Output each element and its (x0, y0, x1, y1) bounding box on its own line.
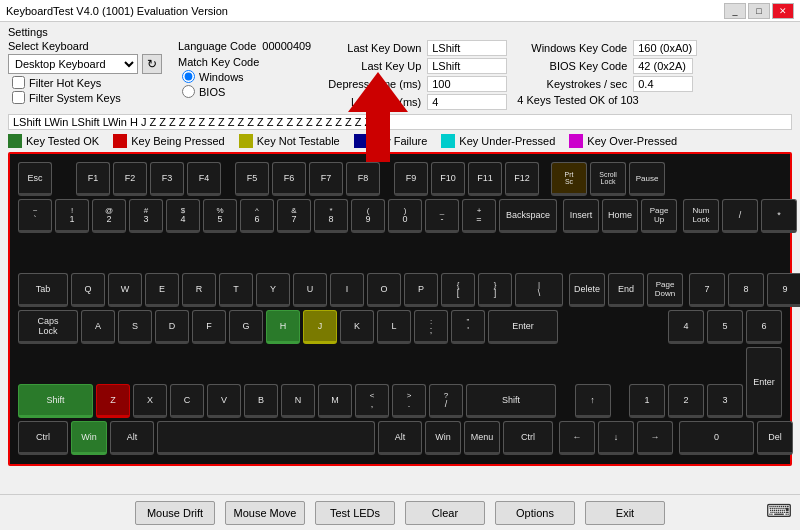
key-3[interactable]: #3 (129, 199, 163, 233)
key-i[interactable]: I (330, 273, 364, 307)
key-f1[interactable]: F1 (76, 162, 110, 196)
key-f6[interactable]: F6 (272, 162, 306, 196)
key-delete[interactable]: Delete (569, 273, 605, 307)
key-num-7[interactable]: 7 (689, 273, 725, 307)
key-scroll-lock[interactable]: ScrollLock (590, 162, 626, 196)
key-lctrl[interactable]: Ctrl (18, 421, 68, 455)
key-comma[interactable]: <, (355, 384, 389, 418)
key-num-asterisk[interactable]: * (761, 199, 797, 233)
key-6[interactable]: ^6 (240, 199, 274, 233)
key-num-0[interactable]: 0 (679, 421, 754, 455)
key-tab[interactable]: Tab (18, 273, 68, 307)
key-q[interactable]: Q (71, 273, 105, 307)
key-right[interactable]: → (637, 421, 673, 455)
key-4[interactable]: $4 (166, 199, 200, 233)
key-y[interactable]: Y (256, 273, 290, 307)
bios-radio[interactable] (182, 85, 195, 98)
exit-button[interactable]: Exit (585, 501, 665, 525)
minimize-button[interactable]: _ (724, 3, 746, 19)
key-semicolon[interactable]: :; (414, 310, 448, 344)
key-minus[interactable]: _- (425, 199, 459, 233)
key-h[interactable]: H (266, 310, 300, 344)
key-prtsc[interactable]: PrtSc (551, 162, 587, 196)
key-rctrl[interactable]: Ctrl (503, 421, 553, 455)
key-num-6[interactable]: 6 (746, 310, 782, 344)
key-f5[interactable]: F5 (235, 162, 269, 196)
key-page-up[interactable]: PageUp (641, 199, 677, 233)
windows-radio[interactable] (182, 70, 195, 83)
test-leds-button[interactable]: Test LEDs (315, 501, 395, 525)
key-backtick[interactable]: ~` (18, 199, 52, 233)
key-w[interactable]: W (108, 273, 142, 307)
key-ralt[interactable]: Alt (378, 421, 422, 455)
key-backspace[interactable]: Backspace (499, 199, 557, 233)
key-1[interactable]: !1 (55, 199, 89, 233)
key-num-2[interactable]: 2 (668, 384, 704, 418)
key-c[interactable]: C (170, 384, 204, 418)
key-v[interactable]: V (207, 384, 241, 418)
mouse-drift-button[interactable]: Mouse Drift (135, 501, 215, 525)
key-f4[interactable]: F4 (187, 162, 221, 196)
key-2[interactable]: @2 (92, 199, 126, 233)
key-lbracket[interactable]: {[ (441, 273, 475, 307)
key-f3[interactable]: F3 (150, 162, 184, 196)
filter-hot-keys-checkbox[interactable] (12, 76, 25, 89)
key-num-enter[interactable]: Enter (746, 347, 782, 418)
key-up[interactable]: ↑ (575, 384, 611, 418)
key-num-5[interactable]: 5 (707, 310, 743, 344)
key-lalt[interactable]: Alt (110, 421, 154, 455)
key-rshift[interactable]: Shift (466, 384, 556, 418)
key-f12[interactable]: F12 (505, 162, 539, 196)
key-m[interactable]: M (318, 384, 352, 418)
key-p[interactable]: P (404, 273, 438, 307)
key-f7[interactable]: F7 (309, 162, 343, 196)
key-o[interactable]: O (367, 273, 401, 307)
key-period[interactable]: >. (392, 384, 426, 418)
key-menu[interactable]: Menu (464, 421, 500, 455)
key-num-8[interactable]: 8 (728, 273, 764, 307)
key-f[interactable]: F (192, 310, 226, 344)
key-esc[interactable]: Esc (18, 162, 52, 196)
key-insert[interactable]: Insert (563, 199, 599, 233)
key-z[interactable]: Z (96, 384, 130, 418)
key-num-slash[interactable]: / (722, 199, 758, 233)
key-space[interactable] (157, 421, 375, 455)
key-rbracket[interactable]: }] (478, 273, 512, 307)
key-quote[interactable]: "' (451, 310, 485, 344)
key-down[interactable]: ↓ (598, 421, 634, 455)
key-9[interactable]: (9 (351, 199, 385, 233)
key-backslash[interactable]: |\ (515, 273, 563, 307)
key-f2[interactable]: F2 (113, 162, 147, 196)
key-f9[interactable]: F9 (394, 162, 428, 196)
key-u[interactable]: U (293, 273, 327, 307)
window-controls[interactable]: _ □ ✕ (724, 3, 794, 19)
key-g[interactable]: G (229, 310, 263, 344)
key-t[interactable]: T (219, 273, 253, 307)
key-lwin[interactable]: Win (71, 421, 107, 455)
key-end[interactable]: End (608, 273, 644, 307)
mouse-move-button[interactable]: Mouse Move (225, 501, 305, 525)
refresh-button[interactable]: ↻ (142, 54, 162, 74)
key-lshift[interactable]: Shift (18, 384, 93, 418)
close-button[interactable]: ✕ (772, 3, 794, 19)
key-num-4[interactable]: 4 (668, 310, 704, 344)
maximize-button[interactable]: □ (748, 3, 770, 19)
key-8[interactable]: *8 (314, 199, 348, 233)
key-slash[interactable]: ?/ (429, 384, 463, 418)
key-k[interactable]: K (340, 310, 374, 344)
key-b[interactable]: B (244, 384, 278, 418)
key-d[interactable]: D (155, 310, 189, 344)
key-caps-lock[interactable]: CapsLock (18, 310, 78, 344)
keyboard-select[interactable]: Desktop Keyboard (8, 54, 138, 74)
key-s[interactable]: S (118, 310, 152, 344)
key-r[interactable]: R (182, 273, 216, 307)
key-n[interactable]: N (281, 384, 315, 418)
key-num-1[interactable]: 1 (629, 384, 665, 418)
key-enter[interactable]: Enter (488, 310, 558, 344)
clear-button[interactable]: Clear (405, 501, 485, 525)
options-button[interactable]: Options (495, 501, 575, 525)
key-home[interactable]: Home (602, 199, 638, 233)
key-num-9[interactable]: 9 (767, 273, 800, 307)
key-0[interactable]: )0 (388, 199, 422, 233)
key-e[interactable]: E (145, 273, 179, 307)
